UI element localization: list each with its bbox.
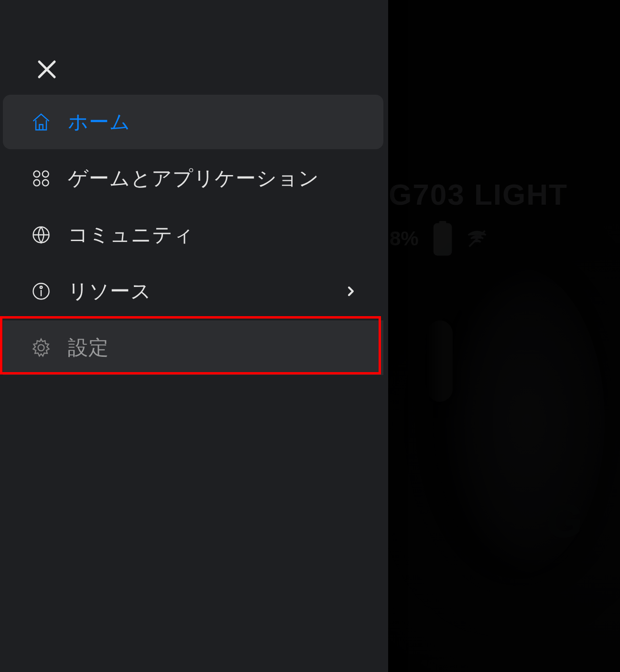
gear-icon — [31, 337, 52, 358]
nav-item-label: ゲームとアプリケーション — [68, 165, 319, 192]
nav-list: ホーム ゲームとアプリケーション — [3, 95, 383, 375]
nav-item-label: ホーム — [68, 109, 131, 135]
apps-icon — [31, 168, 52, 189]
info-icon — [31, 281, 52, 302]
nav-item-settings[interactable]: 設定 — [3, 320, 383, 375]
nav-item-label: リソース — [68, 278, 152, 305]
home-icon — [31, 111, 52, 132]
close-button[interactable] — [32, 55, 62, 86]
svg-point-6 — [33, 180, 40, 186]
svg-point-4 — [33, 171, 40, 177]
svg-point-12 — [38, 345, 44, 351]
svg-point-7 — [43, 180, 49, 186]
nav-item-resources[interactable]: リソース — [3, 264, 383, 319]
nav-item-games-apps[interactable]: ゲームとアプリケーション — [3, 151, 383, 206]
globe-icon — [31, 224, 52, 245]
chevron-right-icon — [345, 286, 357, 297]
close-icon — [35, 58, 58, 83]
nav-item-label: 設定 — [68, 334, 109, 361]
nav-item-label: コミュニティ — [68, 221, 194, 248]
svg-point-11 — [40, 286, 43, 288]
nav-drawer: ホーム ゲームとアプリケーション — [0, 0, 388, 672]
svg-point-5 — [43, 171, 49, 177]
nav-item-community[interactable]: コミュニティ — [3, 208, 383, 262]
nav-item-home[interactable]: ホーム — [3, 95, 383, 149]
